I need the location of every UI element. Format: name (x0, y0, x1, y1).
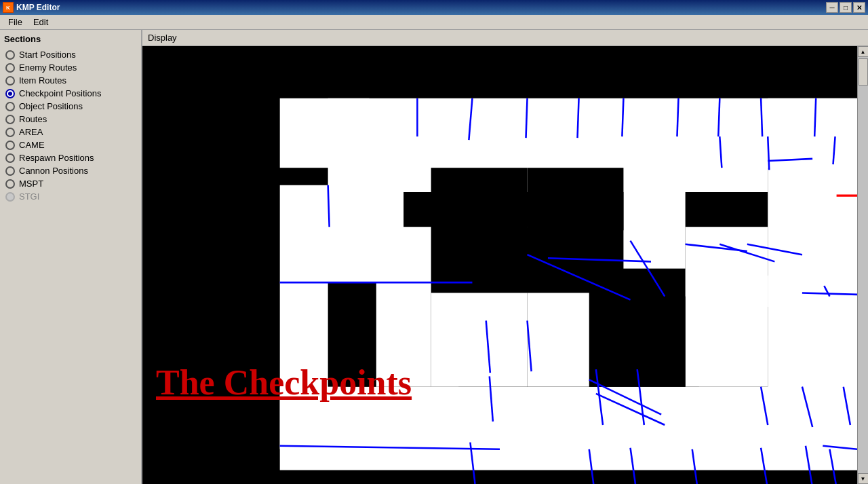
svg-rect-16 (686, 227, 768, 386)
svg-rect-9 (376, 227, 431, 386)
label-area: AREA (19, 127, 43, 137)
canvas-container: The Checkpoints (142, 46, 857, 484)
close-button[interactable]: ✕ (853, 2, 865, 13)
svg-rect-14 (528, 168, 624, 230)
radio-respawn-positions[interactable] (5, 153, 15, 163)
minimize-button[interactable]: ─ (826, 2, 838, 13)
main-layout: Sections Start PositionsEnemy RoutesItem… (0, 30, 868, 484)
label-item-routes: Item Routes (19, 75, 66, 86)
svg-rect-15 (431, 168, 528, 227)
label-checkpoint-positions: Checkpoint Positions (19, 88, 101, 98)
radio-came[interactable] (5, 141, 15, 150)
app-title: KMP Editor (16, 3, 60, 12)
menu-bar: File Edit (0, 15, 868, 30)
svg-rect-2 (768, 98, 857, 307)
svg-rect-12 (458, 227, 616, 296)
sidebar-item-start-positions[interactable]: Start Positions (3, 48, 138, 61)
radio-enemy-routes[interactable] (5, 63, 15, 73)
sidebar-item-mspt[interactable]: MSPT (3, 177, 138, 190)
radio-stgi[interactable] (5, 192, 15, 202)
label-respawn-positions: Respawn Positions (19, 153, 94, 163)
app-icon: K (3, 2, 14, 13)
sidebar-item-stgi[interactable]: STGI (3, 190, 138, 203)
track-display (142, 46, 857, 484)
sidebar-item-respawn-positions[interactable]: Respawn Positions (3, 151, 138, 164)
display-header: Display (142, 30, 868, 46)
sidebar-item-routes[interactable]: Routes (3, 113, 138, 126)
radio-item-routes[interactable] (5, 76, 15, 86)
maximize-button[interactable]: □ (840, 2, 852, 13)
title-bar: K KMP Editor ─ □ ✕ (0, 0, 868, 15)
scrollbar[interactable]: ▲ ▼ (857, 46, 868, 484)
sidebar-item-cannon-positions[interactable]: Cannon Positions (3, 164, 138, 177)
radio-routes[interactable] (5, 115, 15, 124)
scroll-track (858, 57, 869, 473)
label-cannon-positions: Cannon Positions (19, 166, 88, 176)
label-object-positions: Object Positions (19, 101, 83, 111)
sidebar-title: Sections (3, 34, 138, 44)
sidebar-item-checkpoint-positions[interactable]: Checkpoint Positions (3, 87, 138, 100)
label-enemy-routes: Enemy Routes (19, 62, 77, 73)
sidebar-items: Start PositionsEnemy RoutesItem RoutesCh… (3, 48, 138, 203)
sidebar-item-area[interactable]: AREA (3, 126, 138, 138)
label-came: CAME (19, 140, 45, 150)
sidebar-item-came[interactable]: CAME (3, 138, 138, 151)
svg-rect-17 (431, 293, 528, 386)
sidebar: Sections Start PositionsEnemy RoutesItem… (0, 30, 142, 484)
menu-file[interactable]: File (3, 16, 28, 29)
label-routes: Routes (19, 114, 47, 124)
radio-cannon-positions[interactable] (5, 166, 15, 176)
label-stgi: STGI (19, 191, 39, 202)
scroll-up-button[interactable]: ▲ (858, 46, 869, 57)
radio-area[interactable] (5, 128, 15, 137)
menu-edit[interactable]: Edit (28, 16, 54, 29)
svg-rect-11 (623, 168, 685, 268)
svg-rect-18 (328, 282, 376, 387)
radio-mspt[interactable] (5, 179, 15, 189)
sidebar-item-enemy-routes[interactable]: Enemy Routes (3, 61, 138, 74)
scroll-down-button[interactable]: ▼ (858, 473, 869, 484)
label-start-positions: Start Positions (19, 50, 76, 60)
radio-checkpoint-positions[interactable] (5, 89, 15, 98)
svg-rect-20 (528, 293, 589, 386)
svg-rect-8 (768, 276, 857, 470)
label-mspt: MSPT (19, 179, 43, 189)
title-bar-left: K KMP Editor (3, 2, 60, 13)
display-area: Display (142, 30, 868, 484)
radio-object-positions[interactable] (5, 102, 15, 111)
title-bar-buttons[interactable]: ─ □ ✕ (826, 2, 865, 13)
radio-start-positions[interactable] (5, 50, 15, 60)
sidebar-item-item-routes[interactable]: Item Routes (3, 74, 138, 87)
sidebar-item-object-positions[interactable]: Object Positions (3, 100, 138, 113)
scroll-thumb[interactable] (859, 58, 868, 86)
